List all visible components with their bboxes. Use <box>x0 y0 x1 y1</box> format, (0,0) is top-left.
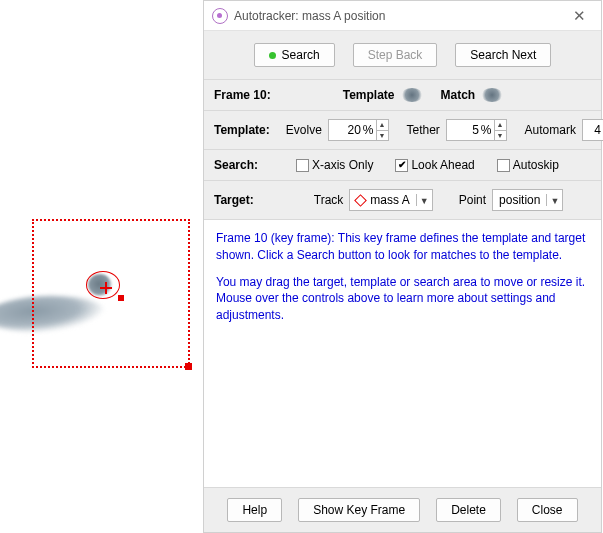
automark-spinner[interactable]: ▲▼ <box>582 119 603 141</box>
xaxis-only-label: X-axis Only <box>312 158 373 172</box>
search-next-label: Search Next <box>470 48 536 62</box>
search-next-button[interactable]: Search Next <box>455 43 551 67</box>
diamond-icon <box>354 194 367 207</box>
chevron-down-icon[interactable]: ▼ <box>546 194 562 206</box>
show-key-frame-label: Show Key Frame <box>313 503 405 517</box>
search-area-resize-handle[interactable] <box>185 363 192 370</box>
app-icon <box>212 8 228 24</box>
evolve-spinner[interactable]: % ▲▼ <box>328 119 389 141</box>
close-button[interactable]: Close <box>517 498 578 522</box>
template-patch-label: Template <box>343 88 395 102</box>
delete-label: Delete <box>451 503 486 517</box>
automark-input[interactable] <box>583 120 603 140</box>
tether-label: Tether <box>407 123 440 137</box>
tether-down-icon[interactable]: ▼ <box>495 131 506 141</box>
window-title: Autotracker: mass A position <box>234 9 563 23</box>
search-toolbar: Search Step Back Search Next <box>204 31 601 80</box>
help-label: Help <box>242 503 267 517</box>
target-row: Target: Track mass A ▼ Point position ▼ <box>204 181 601 220</box>
look-ahead-checkbox[interactable]: Look Ahead <box>395 158 474 172</box>
evolve-down-icon[interactable]: ▼ <box>377 131 388 141</box>
tether-spinner[interactable]: % ▲▼ <box>446 119 507 141</box>
match-patch-label: Match <box>441 88 476 102</box>
point-select[interactable]: position ▼ <box>492 189 563 211</box>
track-value: mass A <box>370 193 409 207</box>
track-label: Track <box>314 193 344 207</box>
video-viewport[interactable] <box>0 0 203 533</box>
info-panel: Frame 10 (key frame): This key frame def… <box>204 220 601 488</box>
frame-row: Frame 10: Template Match <box>204 80 601 111</box>
evolve-up-icon[interactable]: ▲ <box>377 120 388 131</box>
frame-label: Frame 10: <box>214 88 271 102</box>
search-options-row: Search: X-axis Only Look Ahead Autoskip <box>204 150 601 181</box>
chevron-down-icon[interactable]: ▼ <box>416 194 432 206</box>
checkbox-icon <box>497 159 510 172</box>
search-button-label: Search <box>282 48 320 62</box>
delete-button[interactable]: Delete <box>436 498 501 522</box>
close-label: Close <box>532 503 563 517</box>
target-marker[interactable] <box>100 282 112 294</box>
match-patch-preview <box>481 88 503 102</box>
tether-unit: % <box>481 120 494 140</box>
track-select[interactable]: mass A ▼ <box>349 189 432 211</box>
help-button[interactable]: Help <box>227 498 282 522</box>
show-key-frame-button[interactable]: Show Key Frame <box>298 498 420 522</box>
dialog-footer: Help Show Key Frame Delete Close <box>204 488 601 532</box>
info-paragraph-1: Frame 10 (key frame): This key frame def… <box>216 230 589 264</box>
checkbox-checked-icon <box>395 159 408 172</box>
evolve-unit: % <box>363 120 376 140</box>
evolve-input[interactable] <box>329 120 363 140</box>
titlebar: Autotracker: mass A position ✕ <box>204 1 601 31</box>
autotracker-dialog: Autotracker: mass A position ✕ Search St… <box>203 0 602 533</box>
tether-up-icon[interactable]: ▲ <box>495 120 506 131</box>
autoskip-label: Autoskip <box>513 158 559 172</box>
checkbox-icon <box>296 159 309 172</box>
template-patch-preview <box>401 88 423 102</box>
close-icon[interactable]: ✕ <box>563 7 595 25</box>
info-paragraph-2: You may drag the target, template or sea… <box>216 274 589 324</box>
automark-label: Automark <box>525 123 576 137</box>
xaxis-only-checkbox[interactable]: X-axis Only <box>296 158 373 172</box>
target-label: Target: <box>214 193 254 207</box>
template-settings-row: Template: Evolve % ▲▼ Tether % ▲▼ Automa… <box>204 111 601 150</box>
point-label: Point <box>459 193 486 207</box>
point-value: position <box>499 193 540 207</box>
step-back-label: Step Back <box>368 48 423 62</box>
evolve-label: Evolve <box>286 123 322 137</box>
autoskip-checkbox[interactable]: Autoskip <box>497 158 559 172</box>
template-settings-label: Template: <box>214 123 270 137</box>
template-resize-handle[interactable] <box>118 295 124 301</box>
tether-input[interactable] <box>447 120 481 140</box>
search-options-label: Search: <box>214 158 258 172</box>
step-back-button[interactable]: Step Back <box>353 43 438 67</box>
play-indicator-icon <box>269 52 276 59</box>
search-button[interactable]: Search <box>254 43 335 67</box>
look-ahead-label: Look Ahead <box>411 158 474 172</box>
